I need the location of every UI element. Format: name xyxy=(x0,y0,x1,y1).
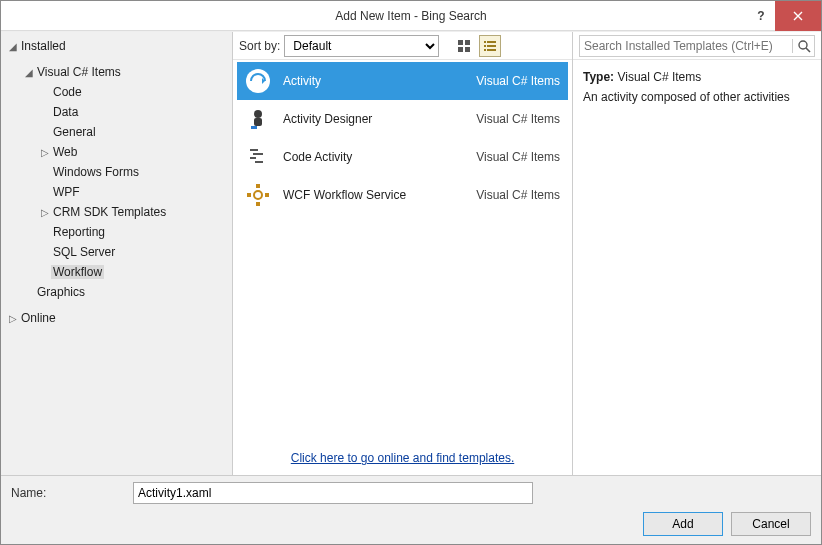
tree-code[interactable]: Code xyxy=(1,82,232,102)
tree-graphics[interactable]: Graphics xyxy=(1,282,232,302)
template-item-label: Activity xyxy=(283,74,450,88)
svg-rect-5 xyxy=(487,41,496,43)
title-bar: Add New Item - Bing Search ? xyxy=(1,1,821,31)
template-item-activity[interactable]: Activity Visual C# Items xyxy=(237,62,568,100)
svg-rect-22 xyxy=(247,193,251,197)
svg-rect-4 xyxy=(484,41,486,43)
template-item-activity-designer[interactable]: Activity Designer Visual C# Items xyxy=(237,100,568,138)
svg-point-24 xyxy=(799,41,807,49)
template-item-lang: Visual C# Items xyxy=(450,112,560,126)
code-activity-icon xyxy=(245,144,271,170)
svg-rect-7 xyxy=(487,45,496,47)
svg-point-19 xyxy=(254,191,262,199)
template-item-code-activity[interactable]: Code Activity Visual C# Items xyxy=(237,138,568,176)
name-label: Name: xyxy=(11,486,121,500)
search-icon xyxy=(797,39,811,53)
svg-rect-15 xyxy=(250,149,258,151)
view-medium-icons-button[interactable] xyxy=(453,35,475,57)
tree-online[interactable]: ▷Online xyxy=(1,308,232,328)
svg-rect-18 xyxy=(255,161,263,163)
help-button[interactable]: ? xyxy=(747,1,775,31)
sortby-select[interactable]: Default xyxy=(284,35,439,57)
svg-rect-2 xyxy=(458,47,463,52)
svg-rect-0 xyxy=(458,40,463,45)
template-list[interactable]: Activity Visual C# Items Activity Design… xyxy=(233,60,572,443)
svg-rect-6 xyxy=(484,45,486,47)
tree-windows-forms[interactable]: Windows Forms xyxy=(1,162,232,182)
svg-rect-8 xyxy=(484,49,486,51)
search-input[interactable] xyxy=(580,39,792,53)
template-item-label: Activity Designer xyxy=(283,112,450,126)
template-item-lang: Visual C# Items xyxy=(450,150,560,164)
svg-rect-16 xyxy=(253,153,263,155)
sortby-label: Sort by: xyxy=(239,39,280,53)
svg-rect-1 xyxy=(465,40,470,45)
svg-rect-23 xyxy=(265,193,269,197)
tree-wpf[interactable]: WPF xyxy=(1,182,232,202)
svg-rect-14 xyxy=(251,126,257,129)
activity-icon xyxy=(245,68,271,94)
name-input[interactable] xyxy=(133,482,533,504)
svg-line-25 xyxy=(806,48,810,52)
online-templates-link[interactable]: Click here to go online and find templat… xyxy=(291,451,514,465)
svg-rect-9 xyxy=(487,49,496,51)
activity-designer-icon xyxy=(245,106,271,132)
template-item-lang: Visual C# Items xyxy=(450,188,560,202)
template-item-lang: Visual C# Items xyxy=(450,74,560,88)
tree-sql-server[interactable]: SQL Server xyxy=(1,242,232,262)
svg-rect-21 xyxy=(256,202,260,206)
type-label: Type: xyxy=(583,70,614,84)
cancel-button[interactable]: Cancel xyxy=(731,512,811,536)
close-icon xyxy=(793,11,803,21)
details-pane: Type: Visual C# Items An activity compos… xyxy=(573,60,821,114)
type-value: Visual C# Items xyxy=(617,70,701,84)
svg-rect-20 xyxy=(256,184,260,188)
tree-reporting[interactable]: Reporting xyxy=(1,222,232,242)
tree-crm-sdk-templates[interactable]: ▷CRM SDK Templates xyxy=(1,202,232,222)
svg-rect-3 xyxy=(465,47,470,52)
add-button[interactable]: Add xyxy=(643,512,723,536)
window-title: Add New Item - Bing Search xyxy=(335,9,486,23)
svg-rect-13 xyxy=(254,118,262,126)
template-item-label: WCF Workflow Service xyxy=(283,188,450,202)
tree-workflow[interactable]: Workflow xyxy=(1,262,232,282)
close-button[interactable] xyxy=(775,1,821,31)
description-text: An activity composed of other activities xyxy=(583,90,811,104)
category-tree[interactable]: ◢Installed ◢Visual C# Items Code Data Ge… xyxy=(1,32,233,475)
tree-general[interactable]: General xyxy=(1,122,232,142)
view-list-button[interactable] xyxy=(479,35,501,57)
template-item-label: Code Activity xyxy=(283,150,450,164)
list-icon xyxy=(483,39,497,53)
svg-point-10 xyxy=(246,69,270,93)
svg-point-12 xyxy=(254,110,262,118)
svg-rect-17 xyxy=(250,157,256,159)
toolbar: Sort by: Default xyxy=(233,32,572,60)
tree-installed[interactable]: ◢Installed xyxy=(1,36,232,56)
wcf-workflow-icon xyxy=(245,182,271,208)
tree-visual-csharp-items[interactable]: ◢Visual C# Items xyxy=(1,62,232,82)
tree-data[interactable]: Data xyxy=(1,102,232,122)
template-item-wcf-workflow-service[interactable]: WCF Workflow Service Visual C# Items xyxy=(237,176,568,214)
grid-icon xyxy=(457,39,471,53)
tree-web[interactable]: ▷Web xyxy=(1,142,232,162)
search-button[interactable] xyxy=(792,39,814,53)
